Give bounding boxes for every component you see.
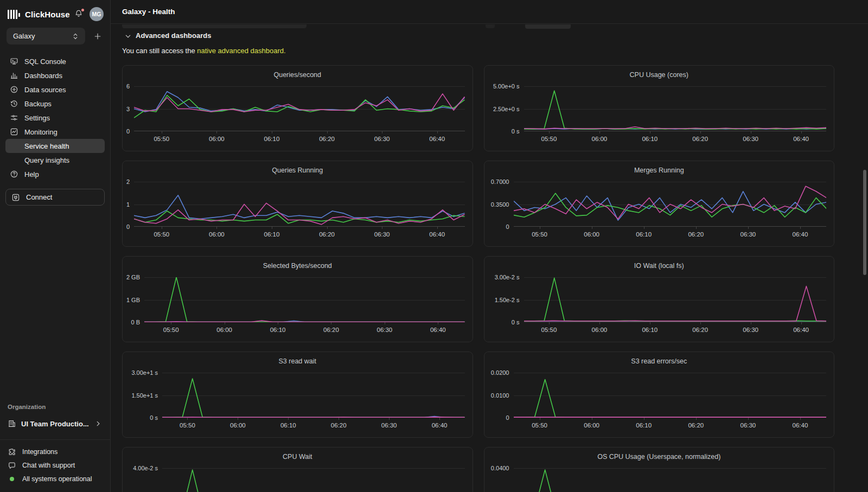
chart-title: OS CPU Usage (Userspace, normalized) bbox=[484, 448, 834, 461]
series-line-replica-green bbox=[162, 379, 465, 417]
service-selector[interactable]: Galaxy bbox=[7, 28, 85, 44]
footer-item-integrations[interactable]: Integrations bbox=[8, 445, 103, 458]
chart-plot[interactable]: 03605:5006:0006:1006:2006:3006:40 bbox=[134, 86, 465, 131]
sidebar-item-backups[interactable]: Backups bbox=[5, 97, 105, 111]
x-tick-mark bbox=[801, 322, 802, 324]
chart-panel-os-cpu-usage-userspace-normalized: OS CPU Usage (Userspace, normalized)0.04… bbox=[484, 447, 835, 492]
chart-plot[interactable]: 0.040005:5006:0006:1006:2006:3006:40 bbox=[514, 468, 827, 492]
x-tick-label: 06:30 bbox=[381, 422, 397, 429]
chart-canvas bbox=[524, 277, 827, 322]
sidebar-item-data-sources[interactable]: Data sources bbox=[5, 82, 105, 97]
footer-item-all-systems-operational[interactable]: All systems operational bbox=[8, 472, 103, 485]
sidebar: ClickHouse MG Galaxy SQL ConsoleDashboar… bbox=[0, 0, 111, 492]
sidebar-item-help[interactable]: Help bbox=[5, 167, 105, 181]
x-tick-mark bbox=[748, 418, 749, 420]
series-line-replica-magenta bbox=[524, 286, 827, 321]
chart-canvas bbox=[514, 373, 827, 418]
y-tick-label: 1 GB bbox=[126, 297, 144, 303]
chart-canvas bbox=[134, 182, 465, 227]
x-tick-label: 06:10 bbox=[270, 327, 286, 333]
app-root: ClickHouse MG Galaxy SQL ConsoleDashboar… bbox=[0, 0, 868, 492]
footer-item-chat-with-support[interactable]: Chat with support bbox=[8, 458, 103, 472]
x-tick-mark bbox=[331, 322, 331, 324]
x-tick-mark bbox=[382, 227, 382, 229]
chart-plot[interactable]: 0 s1.50e+1 s3.00e+1 s05:5006:0006:1006:2… bbox=[162, 373, 465, 418]
x-tick-mark bbox=[272, 131, 272, 133]
chart-title: IO Wait (local fs) bbox=[484, 257, 834, 270]
x-tick-label: 06:30 bbox=[376, 327, 392, 333]
y-tick-label: 3 bbox=[126, 106, 134, 112]
sidebar-item-dashboards[interactable]: Dashboards bbox=[5, 68, 105, 82]
x-tick-label: 06:30 bbox=[374, 231, 390, 238]
sidebar-item-label: Service health bbox=[24, 142, 69, 150]
y-tick-label: 0.0200 bbox=[491, 369, 514, 376]
service-selector-value: Galaxy bbox=[13, 32, 71, 40]
y-tick-label: 1.50e+1 s bbox=[131, 392, 162, 399]
x-tick-mark bbox=[437, 227, 438, 229]
organization-switcher[interactable]: UI Team Productio... bbox=[8, 414, 103, 433]
chart-plot[interactable]: 0 s1.50e-2 s3.00e-2 s05:5006:0006:1006:2… bbox=[524, 277, 827, 322]
clipped-control bbox=[486, 24, 495, 28]
sidebar-item-query-insights[interactable]: Query insights bbox=[5, 153, 105, 167]
service-select-row: Galaxy bbox=[0, 25, 110, 49]
chart-plot[interactable]: 0 s2.50e+0 s5.00e+0 s05:5006:0006:1006:2… bbox=[524, 86, 827, 131]
x-tick-mark bbox=[438, 322, 438, 324]
y-tick-label: 3.00e-2 s bbox=[495, 274, 524, 280]
chart-plot[interactable]: 01205:5006:0006:1006:2006:3006:40 bbox=[134, 182, 465, 227]
series-line-replica-green bbox=[514, 470, 827, 492]
chart-plot[interactable]: 4.00e-2 s05:5006:0006:1006:2006:3006:40 bbox=[162, 468, 465, 492]
x-tick-mark bbox=[650, 322, 650, 324]
sidebar-item-label: Help bbox=[24, 170, 39, 178]
clickhouse-logo-icon[interactable] bbox=[8, 9, 20, 20]
chart-title: Queries Running bbox=[123, 161, 473, 174]
chart-plot[interactable]: 00.35000.700005:5006:0006:1006:2006:3006… bbox=[514, 182, 827, 227]
sidebar-item-monitoring[interactable]: Monitoring bbox=[5, 125, 105, 139]
sidebar-item-settings[interactable]: Settings bbox=[5, 111, 105, 125]
series-line-replica-magenta bbox=[144, 321, 465, 322]
x-tick-mark bbox=[540, 227, 540, 229]
chart-panel-cpu-wait: CPU Wait4.00e-2 s05:5006:0006:1006:2006:… bbox=[122, 447, 473, 492]
x-tick-label: 06:10 bbox=[280, 422, 296, 429]
y-tick-label: 2.50e+0 s bbox=[493, 106, 524, 112]
x-tick-mark bbox=[171, 322, 171, 324]
native-dashboard-link[interactable]: native advanced dashboard. bbox=[197, 47, 285, 55]
notifications-bell-icon[interactable] bbox=[74, 9, 84, 19]
x-tick-mark bbox=[216, 227, 217, 229]
sidebar-item-service-health[interactable]: Service health bbox=[5, 139, 105, 153]
x-tick-label: 06:20 bbox=[692, 327, 708, 333]
x-tick-mark bbox=[382, 131, 382, 133]
chart-title: CPU Usage (cores) bbox=[484, 66, 834, 79]
chat-icon bbox=[8, 461, 16, 470]
notice-text: You can still access the bbox=[122, 47, 197, 55]
chart-canvas bbox=[514, 182, 827, 227]
footer-item-label: Integrations bbox=[22, 448, 58, 456]
x-tick-label: 06:10 bbox=[264, 231, 280, 238]
y-tick-label: 0 B bbox=[131, 319, 144, 325]
chart-title: Selected Bytes/second bbox=[123, 257, 473, 270]
scrollbar-thumb[interactable] bbox=[863, 170, 866, 275]
x-tick-label: 06:10 bbox=[264, 136, 280, 142]
chart-plot[interactable]: 00.01000.020005:5006:0006:1006:2006:3006… bbox=[514, 373, 827, 418]
chart-title: S3 read wait bbox=[123, 352, 473, 365]
add-service-button[interactable] bbox=[92, 30, 104, 42]
main-area: Galaxy - Health Advanced dashboards You … bbox=[111, 0, 868, 492]
x-tick-mark bbox=[162, 227, 162, 229]
x-tick-mark bbox=[437, 131, 438, 133]
chart-panel-queries-second: Queries/second03605:5006:0006:1006:2006:… bbox=[122, 65, 473, 151]
advanced-dashboards-toggle[interactable]: Advanced dashboards bbox=[124, 31, 834, 40]
x-tick-label: 06:10 bbox=[642, 136, 658, 142]
x-tick-label: 06:30 bbox=[743, 327, 758, 333]
chart-plot[interactable]: 0 B1 GB2 GB05:5006:0006:1006:2006:3006:4… bbox=[144, 277, 465, 322]
y-tick-label: 0.3500 bbox=[491, 201, 514, 208]
x-tick-mark bbox=[187, 418, 188, 420]
sidebar-item-sql-console[interactable]: SQL Console bbox=[5, 54, 105, 68]
x-tick-mark bbox=[751, 322, 751, 324]
connect-label: Connect bbox=[26, 193, 52, 201]
x-tick-mark bbox=[327, 131, 328, 133]
sidebar-item-label: Backups bbox=[24, 100, 52, 108]
monitoring-icon bbox=[10, 127, 18, 136]
plus-icon bbox=[93, 32, 102, 41]
connect-button[interactable]: Connect bbox=[5, 189, 105, 206]
series-line-replica-green bbox=[524, 278, 827, 321]
avatar[interactable]: MG bbox=[90, 7, 104, 21]
